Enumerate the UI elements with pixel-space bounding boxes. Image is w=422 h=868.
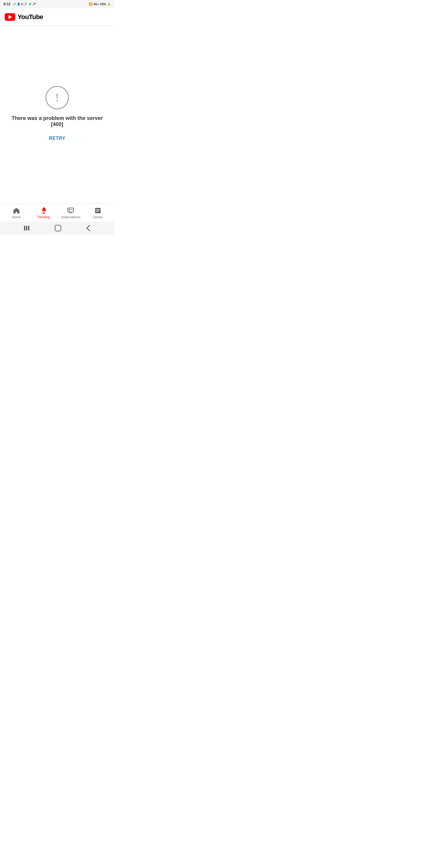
nav-item-subscriptions[interactable]: Subscriptions: [57, 207, 85, 219]
error-container: ! There was a problem with the server [4…: [0, 86, 114, 144]
menu-nav-button[interactable]: [24, 226, 30, 230]
home-icon: [13, 207, 20, 214]
system-nav-bar: [0, 222, 114, 235]
main-content: ! There was a problem with the server [4…: [0, 26, 114, 204]
svg-rect-5: [96, 209, 100, 210]
temperature: -7°: [33, 3, 36, 6]
status-bar: 9:12 🔗 👤 @ 🎵 🔰 -7° 📶 4G+ 63% 🔋: [0, 0, 114, 8]
home-nav-button[interactable]: [55, 225, 61, 231]
back-nav-button[interactable]: [86, 225, 90, 231]
subscriptions-label: Subscriptions: [61, 215, 80, 219]
svg-rect-6: [96, 210, 100, 211]
library-icon: [94, 207, 101, 214]
play-triangle: [8, 15, 12, 19]
exclamation-icon: !: [55, 92, 59, 103]
subscriptions-icon: [67, 207, 74, 214]
status-left: 9:12 🔗 👤 @ 🎵 🔰 -7°: [3, 2, 36, 6]
svg-rect-0: [68, 208, 73, 212]
network-type: 4G+: [94, 3, 99, 6]
youtube-logo: YouTube: [5, 13, 43, 21]
status-right: 📶 4G+ 63% 🔋: [89, 3, 111, 6]
retry-button[interactable]: RETRY: [44, 133, 70, 144]
signal-icon: 📶: [89, 3, 92, 6]
nav-item-home[interactable]: Home: [3, 207, 30, 219]
nav-item-trending[interactable]: Trending: [30, 207, 58, 219]
home-label: Home: [12, 215, 21, 219]
svg-rect-9: [26, 226, 27, 230]
svg-rect-11: [55, 225, 61, 231]
status-icons: 🔗 👤 @ 🎵 🔰: [13, 3, 31, 6]
svg-rect-8: [24, 226, 25, 230]
svg-rect-10: [28, 226, 29, 230]
app-name: YouTube: [18, 13, 43, 21]
nav-item-library[interactable]: Library: [85, 207, 112, 219]
library-label: Library: [93, 215, 103, 219]
svg-rect-7: [96, 211, 98, 212]
app-header: YouTube: [0, 8, 114, 26]
bottom-nav: Home Trending Subscriptions: [0, 204, 114, 222]
error-icon-circle: !: [45, 86, 69, 110]
error-message: There was a problem with the server [400…: [0, 115, 114, 128]
youtube-play-icon: [5, 13, 15, 21]
trending-icon: [40, 207, 47, 214]
battery-icon: 🔋: [107, 3, 111, 6]
status-time: 9:12: [3, 2, 10, 6]
battery-level: 63%: [100, 3, 106, 6]
trending-label: Trending: [37, 215, 50, 219]
